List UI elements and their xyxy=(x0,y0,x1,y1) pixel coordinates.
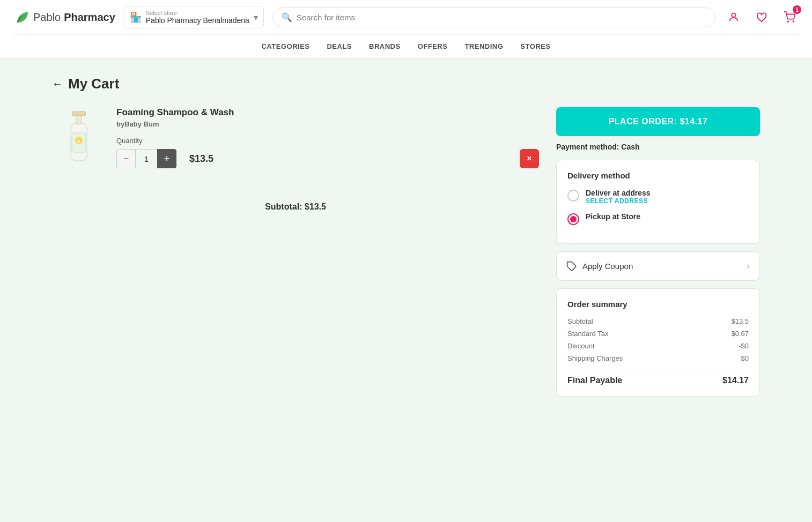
svg-rect-5 xyxy=(72,111,86,116)
apply-coupon-row[interactable]: Apply Coupon › xyxy=(556,251,760,281)
main-content: ← My Cart xyxy=(31,58,781,421)
product-brand: byBaby Bum xyxy=(116,120,539,128)
summary-shipping-value: $0 xyxy=(741,354,749,362)
order-summary-shipping: Shipping Charges $0 xyxy=(567,354,749,362)
summary-subtotal-value: $13.5 xyxy=(731,317,749,325)
chevron-down-icon: ▾ xyxy=(254,12,258,23)
store-selector[interactable]: 🏪 Select store Pablo Pharmacy Benalmaden… xyxy=(124,6,264,28)
summary-discount-value: -$0 xyxy=(739,342,749,350)
summary-discount-label: Discount xyxy=(567,342,595,350)
brand-name: Baby Bum xyxy=(124,120,159,128)
product-name: Foaming Shampoo & Wash xyxy=(116,107,539,118)
store-icon: 🏪 xyxy=(130,11,142,23)
user-icon xyxy=(728,11,740,23)
nav-item-offers[interactable]: OFFERS xyxy=(418,42,448,50)
logo-leaf-icon xyxy=(13,9,30,26)
select-address-link[interactable]: SELECT ADDRESS xyxy=(586,197,651,205)
svg-text:B: B xyxy=(77,139,80,144)
wishlist-button[interactable] xyxy=(752,8,771,27)
header-top: PabloPharmacy 🏪 Select store Pablo Pharm… xyxy=(13,0,799,34)
heart-icon xyxy=(756,11,767,23)
summary-shipping-label: Shipping Charges xyxy=(567,354,623,362)
quantity-value: 1 xyxy=(136,149,157,168)
search-icon: 🔍 xyxy=(282,12,292,23)
nav-item-brands[interactable]: BRANDS xyxy=(369,42,401,50)
quantity-controls: − 1 + xyxy=(116,149,176,168)
store-selector-inner: Select store Pablo Pharmacy Benalmadena xyxy=(146,10,249,25)
cart-layout: B Foaming Shampoo & Wash byBaby Bum Quan… xyxy=(52,107,760,404)
summary-subtotal-label: Subtotal xyxy=(567,317,593,325)
store-selector-label: Select store xyxy=(146,10,249,16)
order-summary-tax: Standard Tax $0.67 xyxy=(567,330,749,338)
delivery-method-card: Delivery method Deliver at address SELEC… xyxy=(556,160,760,244)
nav-item-stores[interactable]: STORES xyxy=(520,42,550,50)
delivery-option-pickup[interactable]: Pickup at Store xyxy=(567,212,749,225)
quantity-label: Quantity xyxy=(116,137,539,145)
delivery-address-info: Deliver at address SELECT ADDRESS xyxy=(586,189,651,205)
search-bar: 🔍 xyxy=(272,8,715,27)
payment-value: Cash xyxy=(621,143,639,151)
cart-sidebar: PLACE ORDER: $14.17 Payment method: Cash… xyxy=(556,107,760,404)
cart-badge: 1 xyxy=(793,5,801,14)
svg-point-2 xyxy=(793,21,794,22)
order-summary-discount: Discount -$0 xyxy=(567,342,749,350)
delivery-method-title: Delivery method xyxy=(567,171,749,180)
radio-address[interactable] xyxy=(567,190,579,202)
final-payable-label: Final Payable xyxy=(567,376,622,385)
order-summary-card: Order summary Subtotal $13.5 Standard Ta… xyxy=(556,288,760,397)
store-selector-name: Pablo Pharmacy Benalmadena xyxy=(146,16,249,25)
nav-item-trending[interactable]: TRENDING xyxy=(464,42,503,50)
logo-pablo-text: Pablo xyxy=(33,11,61,24)
svg-point-1 xyxy=(787,21,788,22)
order-summary-title: Order summary xyxy=(567,300,749,309)
final-payable-row: Final Payable $14.17 xyxy=(567,376,749,385)
header: PabloPharmacy 🏪 Select store Pablo Pharm… xyxy=(0,0,812,58)
subtotal-label: Subtotal: xyxy=(265,202,302,211)
cart-icon xyxy=(784,11,795,23)
summary-tax-value: $0.67 xyxy=(731,330,749,338)
cart-items-section: B Foaming Shampoo & Wash byBaby Bum Quan… xyxy=(52,107,539,404)
product-image-svg: B xyxy=(60,107,98,171)
subtotal-row: Subtotal: $13.5 xyxy=(52,189,539,225)
payment-label: Payment method: xyxy=(556,143,619,151)
chevron-right-icon: › xyxy=(747,260,750,272)
nav-item-deals[interactable]: DEALS xyxy=(327,42,352,50)
back-arrow-button[interactable]: ← xyxy=(52,78,63,90)
quantity-decrease-button[interactable]: − xyxy=(116,149,136,168)
svg-point-0 xyxy=(732,13,735,17)
nav-item-categories[interactable]: CATEGORIES xyxy=(261,42,309,50)
product-info: Foaming Shampoo & Wash byBaby Bum Quanti… xyxy=(116,107,539,168)
order-summary-subtotal: Subtotal $13.5 xyxy=(567,317,749,325)
final-payable-value: $14.17 xyxy=(722,376,749,385)
deliver-at-address-label: Deliver at address xyxy=(586,189,651,197)
product-price: $13.5 xyxy=(189,153,213,165)
summary-divider xyxy=(567,369,749,369)
delivery-pickup-info: Pickup at Store xyxy=(586,212,640,221)
search-input[interactable] xyxy=(297,13,706,22)
close-icon: × xyxy=(527,154,532,163)
subtotal-value: $13.5 xyxy=(305,202,326,211)
delivery-option-address[interactable]: Deliver at address SELECT ADDRESS xyxy=(567,189,749,205)
quantity-increase-button[interactable]: + xyxy=(157,149,176,168)
remove-item-button[interactable]: × xyxy=(520,149,539,168)
cart-button[interactable]: 1 xyxy=(780,8,799,27)
place-order-button[interactable]: PLACE ORDER: $14.17 xyxy=(556,107,760,136)
product-image: B xyxy=(52,107,106,171)
header-icons: 1 xyxy=(724,8,799,27)
logo-pharmacy-text: Pharmacy xyxy=(64,11,115,24)
page-title-row: ← My Cart xyxy=(52,76,760,92)
pickup-at-store-label: Pickup at Store xyxy=(586,212,640,221)
user-button[interactable] xyxy=(724,8,743,27)
tag-icon xyxy=(566,261,577,272)
logo[interactable]: PabloPharmacy xyxy=(13,9,115,26)
cart-item: B Foaming Shampoo & Wash byBaby Bum Quan… xyxy=(52,107,539,189)
brand-prefix: by xyxy=(116,120,124,128)
coupon-left: Apply Coupon xyxy=(566,261,633,272)
radio-pickup-dot xyxy=(570,216,577,222)
radio-pickup[interactable] xyxy=(567,213,579,225)
page-title: My Cart xyxy=(68,76,119,92)
payment-method: Payment method: Cash xyxy=(556,143,760,151)
summary-tax-label: Standard Tax xyxy=(567,330,608,338)
nav-bar: CATEGORIES DEALS BRANDS OFFERS TRENDING … xyxy=(13,34,799,58)
coupon-label: Apply Coupon xyxy=(582,262,633,271)
